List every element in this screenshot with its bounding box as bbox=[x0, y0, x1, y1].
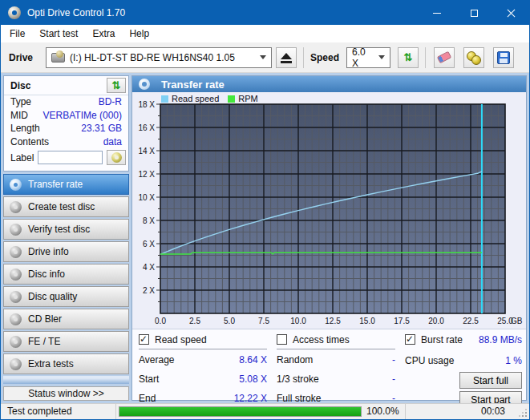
svg-text:17.5: 17.5 bbox=[394, 317, 410, 325]
svg-text:8 X: 8 X bbox=[143, 216, 155, 225]
cd-icon bbox=[111, 152, 122, 163]
drive-select-value: (I:) HL-DT-ST BD-RE WH16NS40 1.05 bbox=[70, 52, 235, 63]
sidebar: Disc ⇅ TypeBD-R MIDVERBATIMe (000) Lengt… bbox=[3, 75, 129, 401]
disc-panel: Disc ⇅ TypeBD-R MIDVERBATIMe (000) Lengt… bbox=[3, 75, 129, 172]
svg-text:18 X: 18 X bbox=[138, 100, 155, 109]
nav-cd-bler[interactable]: CD Bler bbox=[3, 309, 129, 329]
close-icon bbox=[507, 9, 516, 18]
save-button[interactable] bbox=[493, 47, 514, 68]
chart-legend: Read speed RPM bbox=[161, 94, 258, 103]
svg-text:12 X: 12 X bbox=[138, 170, 155, 179]
close-button[interactable] bbox=[492, 1, 529, 25]
transfer-rate-chart: 2 X4 X6 X8 X10 X12 X14 X16 X18 X0.02.55.… bbox=[132, 76, 526, 326]
nav-verify-test-disc[interactable]: Verify test disc bbox=[3, 219, 129, 240]
nav-transfer-rate[interactable]: Transfer rate bbox=[3, 174, 129, 195]
disc-row-mid: MIDVERBATIMe (000) bbox=[4, 109, 128, 123]
svg-text:6 X: 6 X bbox=[143, 240, 155, 248]
access-times-checkbox[interactable] bbox=[277, 334, 287, 345]
nav-list: Transfer rate Create test disc Verify te… bbox=[3, 174, 129, 376]
drive-select[interactable]: (I:) HL-DT-ST BD-RE WH16NS40 1.05 bbox=[46, 47, 272, 68]
label-field-label: Label bbox=[10, 152, 34, 164]
start-full-button[interactable]: Start full bbox=[459, 372, 522, 389]
cd-icon bbox=[10, 336, 22, 348]
resize-grip-icon[interactable] bbox=[519, 409, 527, 417]
disc-label-button[interactable] bbox=[107, 150, 126, 165]
maximize-button[interactable] bbox=[455, 1, 492, 25]
svg-text:2 X: 2 X bbox=[143, 286, 155, 295]
svg-text:7.5: 7.5 bbox=[258, 317, 269, 325]
read-speed-checkbox-label: Read speed bbox=[155, 334, 207, 345]
svg-text:14 X: 14 X bbox=[138, 147, 155, 155]
refresh-icon: ⇅ bbox=[112, 80, 121, 91]
nav-disc-quality[interactable]: Disc quality bbox=[3, 286, 129, 307]
results-panel: Read speed Average8.64 X Start5.08 X End… bbox=[132, 329, 526, 400]
divider bbox=[139, 349, 267, 349]
progress-percent: 100.0% bbox=[366, 406, 399, 417]
minimize-icon bbox=[433, 13, 441, 14]
eject-button[interactable] bbox=[276, 47, 297, 68]
menu-start-test[interactable]: Start test bbox=[32, 26, 85, 42]
window-title: Opti Drive Control 1.70 bbox=[27, 7, 125, 18]
cd-icon bbox=[10, 224, 22, 236]
erase-button[interactable] bbox=[434, 47, 455, 68]
minimize-button[interactable] bbox=[419, 1, 455, 25]
nav-disc-info[interactable]: Disc info bbox=[3, 264, 129, 285]
menu-file[interactable]: File bbox=[2, 26, 32, 42]
disc-row-length: Length23.31 GB bbox=[4, 122, 128, 135]
svg-text:22.5: 22.5 bbox=[463, 317, 479, 325]
cd-icon bbox=[10, 291, 22, 303]
toolbar-separator bbox=[303, 47, 304, 68]
burst-rate-checkbox[interactable] bbox=[405, 334, 415, 345]
disc-row-contents: Contentsdata bbox=[4, 135, 128, 149]
result-one-third-stroke: 1/3 stroke- bbox=[277, 370, 395, 388]
svg-text:10 X: 10 X bbox=[138, 193, 155, 202]
result-start: Start5.08 X bbox=[139, 370, 267, 388]
menu-bar: File Start test Extra Help bbox=[1, 25, 529, 42]
result-average: Average8.64 X bbox=[139, 350, 267, 369]
sidebar-spacer bbox=[3, 376, 129, 384]
burst-rate-value: 88.9 MB/s bbox=[479, 334, 522, 345]
burst-rate-checkbox-label: Burst rate bbox=[421, 334, 463, 345]
access-times-checkbox-label: Access times bbox=[293, 334, 350, 345]
refresh-speed-button[interactable]: ⇅ bbox=[398, 47, 419, 68]
nav-fe-te[interactable]: FE / TE bbox=[3, 331, 129, 352]
save-icon bbox=[497, 51, 510, 64]
read-speed-checkbox[interactable] bbox=[139, 334, 149, 345]
svg-text:GB: GB bbox=[511, 317, 523, 325]
svg-text:5.0: 5.0 bbox=[224, 317, 235, 325]
menu-help[interactable]: Help bbox=[122, 26, 156, 42]
main-area: Disc ⇅ TypeBD-R MIDVERBATIMe (000) Lengt… bbox=[1, 73, 529, 403]
refresh-disc-button[interactable]: ⇅ bbox=[107, 78, 126, 93]
svg-text:16 X: 16 X bbox=[138, 123, 155, 132]
gears-icon bbox=[467, 51, 481, 64]
title-bar: Opti Drive Control 1.70 bbox=[1, 1, 529, 25]
chart-panel: Transfer rate Read speed RPM 2 X4 X6 X8 … bbox=[131, 75, 527, 401]
nav-drive-info[interactable]: Drive info bbox=[3, 241, 129, 262]
svg-text:15.0: 15.0 bbox=[359, 317, 375, 325]
divider bbox=[405, 404, 406, 419]
disc-panel-title: Disc bbox=[10, 80, 30, 91]
status-bar: Test completed 100.0% 00:03 bbox=[1, 403, 529, 419]
status-window-button[interactable]: Status window >> bbox=[3, 386, 129, 401]
drive-label: Drive bbox=[9, 52, 33, 63]
legend-read-speed: Read speed bbox=[172, 94, 219, 103]
nav-create-test-disc[interactable]: Create test disc bbox=[3, 196, 129, 217]
menu-extra[interactable]: Extra bbox=[85, 26, 122, 42]
result-cpu-usage: CPU usage1 % bbox=[405, 351, 522, 370]
app-window: Opti Drive Control 1.70 File Start test … bbox=[0, 0, 530, 420]
disc-row-type: TypeBD-R bbox=[4, 95, 128, 109]
cd-icon bbox=[10, 358, 22, 370]
progress-fill bbox=[119, 407, 361, 416]
svg-text:12.5: 12.5 bbox=[325, 317, 341, 325]
speed-select[interactable]: 6.0 X bbox=[346, 47, 390, 68]
divider bbox=[115, 404, 116, 419]
rpm-legend-swatch bbox=[228, 95, 235, 103]
svg-text:0.0: 0.0 bbox=[155, 317, 166, 325]
progress-bar bbox=[119, 406, 362, 417]
nav-extra-tests[interactable]: Extra tests bbox=[3, 353, 129, 374]
settings-button[interactable] bbox=[463, 47, 484, 68]
toolbar: Drive (I:) HL-DT-ST BD-RE WH16NS40 1.05 … bbox=[1, 42, 529, 73]
label-input[interactable] bbox=[38, 151, 103, 164]
cd-icon bbox=[10, 201, 22, 213]
elapsed-time: 00:03 bbox=[481, 406, 505, 417]
